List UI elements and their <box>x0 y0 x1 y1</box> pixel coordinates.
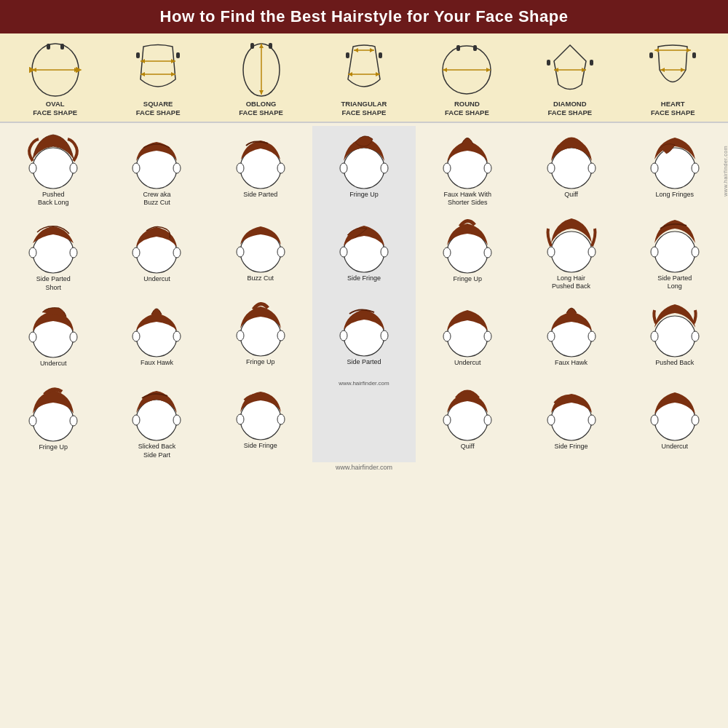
svg-point-51 <box>29 248 36 258</box>
svg-rect-16 <box>269 43 272 49</box>
hair-fringe-up-oval: Fringe Up <box>2 379 104 459</box>
svg-point-109 <box>588 247 596 257</box>
label-side-parted-oblong: Side Parted <box>243 191 277 207</box>
main-title: How to Find the Best Hairstyle for Your … <box>0 0 728 33</box>
svg-rect-30 <box>473 45 477 51</box>
label-long-fringes: Long Fringes <box>656 191 695 207</box>
svg-point-99 <box>443 331 451 341</box>
col-round: Faux Hawk WithShorter Sides Fringe Up <box>416 126 519 463</box>
svg-point-108 <box>547 247 555 257</box>
round-label: ROUNDFACE SHAPE <box>445 100 489 118</box>
watermark-triangular: www.hairfinder.com <box>339 380 389 387</box>
svg-point-58 <box>70 416 77 426</box>
svg-point-90 <box>340 331 347 341</box>
svg-point-72 <box>237 163 244 173</box>
hair-long-pushed-back: Long HairPushed Back <box>520 210 622 291</box>
hair-side-parted-triangular: Side Parted <box>313 293 415 374</box>
label-side-fringe-diamond: Side Fringe <box>555 443 588 459</box>
svg-point-117 <box>651 163 658 173</box>
svg-point-73 <box>277 163 285 173</box>
hair-side-fringe-triangular: Side Fringe <box>313 210 415 290</box>
svg-point-68 <box>136 400 177 440</box>
face-shape-oval: OVALFACE SHAPE <box>8 39 103 118</box>
label-quiff-diamond: Quiff <box>564 191 578 207</box>
hair-undercut-round: Undercut <box>416 294 518 375</box>
label-quiff-round: Quiff <box>461 443 475 459</box>
svg-point-57 <box>29 416 36 426</box>
svg-point-69 <box>132 415 140 425</box>
label-long-pushed-back: Long HairPushed Back <box>552 274 590 291</box>
hair-fringe-up-round: Fringe Up <box>416 210 518 291</box>
triangular-label: TRIANGULARFACE SHAPE <box>341 100 387 118</box>
svg-rect-20 <box>346 52 349 58</box>
col-diamond: Quiff Long HairPushed Back <box>519 126 622 463</box>
svg-point-104 <box>551 148 592 189</box>
label-undercut-square: Undercut <box>143 275 170 291</box>
svg-rect-6 <box>136 52 140 58</box>
svg-point-48 <box>29 163 36 173</box>
svg-point-49 <box>70 163 77 173</box>
col-oval: PushedBack Long Side PartedShort <box>1 126 105 463</box>
svg-point-94 <box>484 163 491 173</box>
svg-rect-2 <box>60 44 64 50</box>
label-buzz-cut-oblong: Buzz Cut <box>247 274 274 290</box>
svg-point-91 <box>381 331 388 341</box>
label-fringe-up-round: Fringe Up <box>454 275 483 291</box>
svg-point-66 <box>132 331 140 341</box>
svg-point-106 <box>588 163 596 173</box>
svg-point-70 <box>173 415 181 425</box>
face-shapes-row: OVALFACE SHAPE SQUAREFACE SHAPE <box>0 33 728 123</box>
svg-point-119 <box>654 232 695 272</box>
hair-side-parted-oblong: Side Parted <box>210 126 312 207</box>
svg-rect-40 <box>692 52 696 58</box>
infographic-container: How to Find the Best Hairstyle for Your … <box>0 0 728 728</box>
svg-point-122 <box>654 316 695 357</box>
label-pushed-back-long: PushedBack Long <box>38 191 69 207</box>
label-fringe-up-oval: Fringe Up <box>39 443 68 459</box>
svg-point-78 <box>237 331 244 341</box>
svg-point-102 <box>443 415 451 425</box>
square-label: SQUAREFACE SHAPE <box>136 100 181 118</box>
label-slicked-back: Slicked BackSide Part <box>138 443 176 459</box>
diamond-label: DIAMONDFACE SHAPE <box>547 100 592 118</box>
hair-slicked-back: Slicked BackSide Part <box>106 378 207 459</box>
svg-point-82 <box>277 414 285 424</box>
label-pushed-back-heart: Pushed Back <box>655 359 694 375</box>
bottom-watermark: www.hairfinder.com <box>0 462 728 472</box>
svg-point-47 <box>33 148 74 189</box>
svg-point-75 <box>237 247 244 257</box>
svg-point-114 <box>547 415 555 425</box>
svg-point-118 <box>692 163 699 173</box>
svg-point-111 <box>547 331 555 341</box>
hair-undercut-oval: Undercut <box>2 295 104 376</box>
hair-quiff-round: Quiff <box>416 378 518 459</box>
col-oblong: Side Parted Buzz Cut <box>209 126 312 463</box>
svg-point-100 <box>484 331 491 341</box>
svg-point-103 <box>484 415 491 425</box>
svg-point-112 <box>588 331 596 341</box>
label-faux-hawk-shorter: Faux Hawk WithShorter Sides <box>444 191 492 207</box>
svg-point-85 <box>381 163 388 173</box>
svg-point-105 <box>547 163 555 173</box>
label-crew-buzz: Crew akaBuzz Cut <box>143 191 170 207</box>
label-undercut-heart: Undercut <box>662 443 689 459</box>
svg-point-97 <box>484 248 491 258</box>
label-side-parted-triangular: Side Parted <box>347 358 381 374</box>
face-shape-oblong: OBLONGFACE SHAPE <box>214 39 309 118</box>
hair-crew-buzz: Crew akaBuzz Cut <box>106 126 207 207</box>
oval-label: OVALFACE SHAPE <box>33 100 77 118</box>
svg-point-127 <box>692 415 699 425</box>
svg-point-126 <box>651 415 658 425</box>
svg-point-93 <box>443 163 451 173</box>
label-undercut-round: Undercut <box>454 359 481 375</box>
svg-marker-42 <box>654 48 659 52</box>
svg-point-124 <box>692 331 699 341</box>
svg-point-81 <box>237 414 244 424</box>
svg-rect-39 <box>649 52 653 58</box>
svg-point-107 <box>551 232 592 272</box>
face-shape-round: ROUNDFACE SHAPE <box>419 39 514 118</box>
label-side-fringe-triangular: Side Fringe <box>347 274 381 290</box>
svg-rect-34 <box>547 60 550 66</box>
hair-long-fringes: Long Fringes <box>624 126 726 207</box>
svg-point-76 <box>277 247 285 257</box>
